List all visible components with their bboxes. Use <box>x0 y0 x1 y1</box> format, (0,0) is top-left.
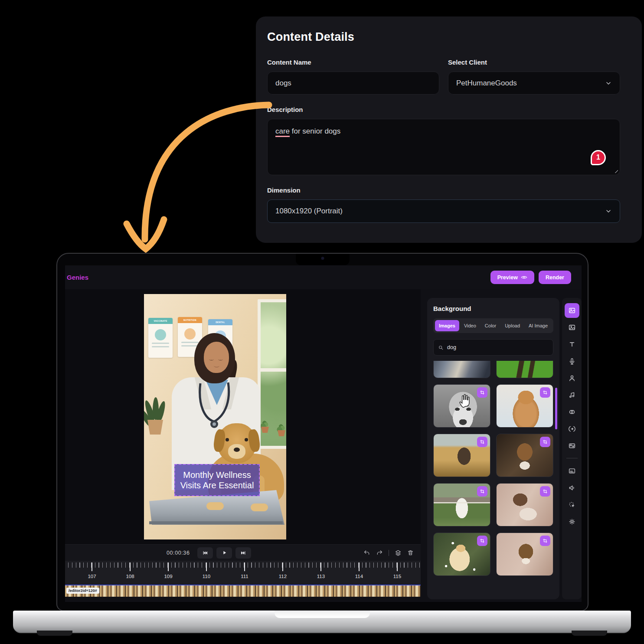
skip-to-start-button[interactable] <box>197 547 213 559</box>
laptop-foot <box>37 631 72 636</box>
image-result-dog-on-bed[interactable] <box>496 483 553 526</box>
description-label: Description <box>267 106 620 113</box>
playback-time: 00:00:36 <box>167 550 190 556</box>
interactions-cursor-icon[interactable] <box>565 497 579 512</box>
image-result-gray-dog[interactable] <box>433 384 490 428</box>
background-image-icon[interactable] <box>565 303 579 318</box>
description-underlined-word: care <box>275 127 290 137</box>
redo-icon[interactable] <box>376 549 383 556</box>
ruler-label: 115 <box>393 574 401 579</box>
transitions-icon[interactable] <box>565 422 579 436</box>
laptop-foot <box>572 631 607 636</box>
crop-icon[interactable] <box>477 536 487 546</box>
tab-images[interactable]: Images <box>435 320 459 331</box>
image-results-area <box>433 361 553 583</box>
editor-canvas[interactable]: VACCINATE NUTRITION DENTAL <box>65 289 421 544</box>
badge-count: 1 <box>596 153 600 162</box>
description-textarea[interactable]: care for senior dogs 1 <box>267 119 620 175</box>
search-icon <box>438 345 444 350</box>
image-result-dog-on-rocks[interactable] <box>433 361 490 378</box>
image-result-dog-legs-grass[interactable] <box>496 361 553 378</box>
captions-icon[interactable] <box>565 464 579 478</box>
avatar-person-icon[interactable] <box>565 371 579 386</box>
tab-ai-image[interactable]: AI Image <box>525 320 552 331</box>
timeline-clip[interactable]: /editor2id=120# <box>65 585 421 597</box>
text-overlay-element[interactable]: Monthly Wellness Visits Are Essential <box>174 464 260 496</box>
overlay-text: Monthly Wellness Visits Are Essential <box>180 470 255 491</box>
image-icon[interactable] <box>565 320 579 335</box>
panel-scrollbar[interactable] <box>555 388 557 429</box>
crop-icon[interactable] <box>540 437 550 447</box>
dimension-select[interactable]: 1080x1920 (Portrait) <box>267 199 620 223</box>
tab-upload[interactable]: Upload <box>501 320 524 331</box>
image-result-collie-pillow[interactable] <box>496 533 553 576</box>
ruler-label: 113 <box>317 574 325 579</box>
image-result-white-dog[interactable] <box>433 483 490 526</box>
layers-icon[interactable] <box>395 549 402 556</box>
ruler-label: 107 <box>88 574 96 579</box>
timeline-ruler[interactable]: 107 108 109 110 111 112 113 114 115 <box>65 561 421 584</box>
ruler-major-ticks <box>92 562 421 571</box>
crop-icon[interactable] <box>477 437 487 447</box>
ruler-label: 109 <box>164 574 172 579</box>
ruler-label: 108 <box>126 574 134 579</box>
laptop-screen: Genies Preview Render VACCINATE <box>56 253 588 611</box>
elements-icon[interactable] <box>565 405 579 419</box>
select-client-label: Select Client <box>448 59 620 66</box>
image-result-tan-puppy[interactable] <box>496 384 553 428</box>
image-result-collie-face[interactable] <box>496 434 553 477</box>
divider <box>389 550 389 556</box>
search-value: dog <box>447 344 456 350</box>
content-name-label: Content Name <box>267 59 439 66</box>
undo-icon[interactable] <box>363 549 370 556</box>
render-button[interactable]: Render <box>539 271 571 284</box>
content-name-input[interactable]: dogs <box>267 72 439 95</box>
play-button[interactable] <box>216 547 232 559</box>
crop-icon[interactable] <box>477 486 487 497</box>
writing-assistant-badge[interactable]: 1 <box>591 150 606 165</box>
scene-poster-vaccinate: VACCINATE <box>148 318 173 358</box>
background-panel: Background Images Video Color Upload AI … <box>427 298 559 599</box>
toolbar-divider <box>566 458 578 458</box>
laptop-notch <box>296 254 350 265</box>
skip-to-end-button[interactable] <box>235 547 251 559</box>
ruler-label: 114 <box>355 574 363 579</box>
video-preview[interactable]: VACCINATE NUTRITION DENTAL <box>144 294 286 539</box>
laptop-thumb-groove <box>275 611 370 618</box>
editor-app: Genies Preview Render VACCINATE <box>65 265 582 602</box>
settings-gear-icon[interactable] <box>565 514 579 529</box>
camera-icon <box>321 257 324 260</box>
crop-icon[interactable] <box>540 486 550 497</box>
ruler-label: 110 <box>203 574 210 579</box>
trash-icon[interactable] <box>407 549 414 556</box>
textarea-resize-handle[interactable] <box>613 168 618 173</box>
image-search-input[interactable]: dog <box>433 339 553 356</box>
editor-topbar: Genies Preview Render <box>65 265 582 289</box>
crop-icon[interactable] <box>540 536 550 546</box>
eye-icon <box>521 274 527 281</box>
preview-label: Preview <box>497 275 518 281</box>
voiceover-mic-icon[interactable] <box>565 354 579 369</box>
music-icon[interactable] <box>565 388 579 402</box>
text-icon[interactable] <box>565 337 579 352</box>
playback-bar: 00:00:36 <box>65 544 421 561</box>
client-select[interactable]: PetHumaneGoods <box>448 72 620 95</box>
preview-button[interactable]: Preview <box>490 271 534 284</box>
curved-arrow <box>117 96 273 256</box>
ruler-label: 111 <box>241 574 248 579</box>
audio-speaker-icon[interactable] <box>565 481 579 495</box>
genies-logo: Genies <box>67 274 88 281</box>
content-details-panel: Content Details Content Name dogs Select… <box>256 16 642 243</box>
image-result-brindle-dog[interactable] <box>433 434 490 477</box>
panel-title: Content Details <box>267 30 620 44</box>
render-label: Render <box>546 275 564 281</box>
scene-plant <box>144 397 169 441</box>
tab-video[interactable]: Video <box>460 320 480 331</box>
tab-color[interactable]: Color <box>481 320 500 331</box>
image-result-pomeranian[interactable] <box>433 533 490 576</box>
crop-icon[interactable] <box>477 387 487 398</box>
right-toolbar <box>562 298 582 599</box>
scene-table-edge <box>149 521 283 524</box>
crop-icon[interactable] <box>540 387 550 398</box>
footage-film-icon[interactable] <box>565 438 579 453</box>
